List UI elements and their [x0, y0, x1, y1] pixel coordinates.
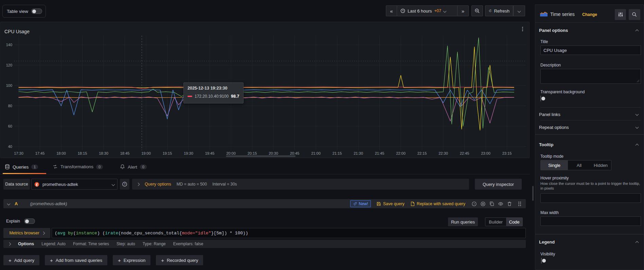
tab-transformations[interactable]: Transformations 0 [53, 164, 103, 169]
time-range-picker[interactable]: Last 6 hours +07 [397, 5, 458, 16]
tooltip-timestamp: 2025-12-13 19:23:30 [187, 86, 239, 91]
tooltip-mode-label: Tooltip mode [540, 154, 564, 159]
time-forward-button[interactable]: » [458, 5, 469, 16]
rocket-icon [353, 202, 357, 206]
builder-tab[interactable]: Builder [485, 218, 506, 226]
pane-splitter-handle[interactable] [532, 186, 534, 201]
refresh-button[interactable]: Refresh [485, 5, 513, 16]
change-viz-link[interactable]: Change [582, 12, 597, 17]
tab-alert-count: 0 [140, 165, 147, 169]
chevron-down-icon [443, 9, 446, 13]
options-toggle-label: Options [18, 242, 34, 246]
transformations-icon [53, 164, 58, 169]
save-query-button[interactable]: Save query [376, 201, 405, 206]
resize-handle-icon[interactable] [637, 79, 640, 82]
query-options-interval: Interval = 30s [212, 182, 237, 187]
search-icon [632, 12, 637, 17]
option-legend: Legend: Auto [41, 242, 66, 246]
datasource-picker[interactable]: prometheus-adtek [31, 179, 118, 190]
chart-horizontal-scrollbar[interactable] [226, 155, 296, 157]
panel-menu-kebab-icon[interactable] [520, 26, 524, 32]
help-circle-icon[interactable]: ? [471, 201, 477, 207]
chevron-right-icon [41, 231, 45, 235]
drag-handle-icon[interactable] [518, 201, 522, 207]
promql-code-editor[interactable]: (avg by(instance) (irate(node_cpu_second… [52, 228, 526, 238]
tab-alert[interactable]: Alert 0 [120, 164, 147, 170]
tooltip-mode-hidden[interactable]: Hidden [590, 160, 611, 170]
builder-code-switch: Builder Code [485, 217, 523, 226]
tooltip-mode-single[interactable]: Single [541, 160, 568, 170]
new-badge[interactable]: New! [350, 200, 371, 207]
time-series-viz-icon [540, 12, 548, 17]
query-ref-id: A [15, 201, 18, 206]
eye-icon[interactable] [498, 201, 503, 207]
refresh-interval-dropdown[interactable] [513, 5, 525, 16]
table-view-toggle[interactable] [31, 8, 42, 14]
chevrons-left-icon: « [390, 8, 393, 14]
svg-text:?: ? [473, 202, 475, 205]
chevron-right-icon [8, 242, 11, 246]
description-textarea[interactable] [540, 69, 641, 84]
database-icon [5, 164, 10, 170]
time-range-label: Last 6 hours [408, 8, 432, 14]
query-options-md: MD = auto = 500 [177, 182, 207, 187]
max-width-label: Max width [540, 210, 559, 215]
query-options-row[interactable]: Options Legend: Auto Format: Time series… [3, 240, 526, 248]
query-row-header[interactable]: A (prometheus-adtek) New! Save query Rep… [3, 199, 526, 208]
panel-options-header[interactable]: Panel options [539, 28, 568, 33]
panel-title-input[interactable]: CPU Usage [540, 45, 641, 55]
tooltip-mode-all[interactable]: All [568, 160, 590, 170]
plus-icon: + [118, 257, 121, 263]
sliders-icon [618, 12, 623, 17]
trash-icon[interactable] [507, 201, 512, 207]
tab-alert-label: Alert [128, 165, 137, 170]
tab-queries[interactable]: Queries 1 [5, 164, 38, 170]
query-datasource-hint: (prometheus-adtek) [30, 201, 67, 206]
query-options-collapsed-bar[interactable]: Query options MD = auto = 500 Interval =… [132, 179, 469, 190]
record-circle-icon[interactable] [480, 201, 486, 207]
max-width-input[interactable] [540, 216, 641, 226]
repeat-options-section[interactable]: Repeat options [539, 125, 569, 130]
search-options-button[interactable] [629, 9, 640, 20]
panel-links-section[interactable]: Panel links [539, 112, 560, 117]
title-label: Title [540, 39, 548, 44]
replace-saved-query-button[interactable]: Replace with saved query [410, 201, 465, 206]
tab-transformations-label: Transformations [60, 164, 93, 169]
hover-proximity-input[interactable] [540, 193, 641, 203]
option-step: Step: auto [117, 242, 135, 246]
options-filter-button[interactable] [615, 9, 626, 20]
file-icon [410, 201, 415, 206]
tooltip-series-label: 172.20.10.40:9100 [195, 94, 229, 99]
tab-transformations-count: 0 [96, 165, 103, 169]
explain-toggle[interactable] [24, 218, 35, 224]
add-query-button[interactable]: +Add query [3, 255, 39, 265]
expression-button[interactable]: +Expression [113, 255, 150, 265]
option-exemplars: Exemplars: false [173, 242, 203, 246]
time-back-button[interactable]: « [386, 5, 397, 16]
chevron-down-icon [112, 182, 115, 186]
help-circle-icon: ? [122, 181, 127, 187]
chevrons-right-icon: » [462, 8, 464, 14]
table-view-label: Table view [7, 9, 28, 14]
query-inspector-button[interactable]: Query inspector [475, 179, 522, 190]
legend-section-header[interactable]: Legend [539, 239, 555, 245]
plus-icon: + [50, 257, 53, 263]
transparent-background-toggle[interactable] [540, 96, 541, 101]
table-view-control[interactable]: Table view [2, 5, 46, 18]
legend-visibility-toggle[interactable] [541, 258, 542, 264]
tooltip-value: 98.7 [231, 94, 239, 99]
metrics-browser-button[interactable]: Metrics browser [3, 228, 50, 238]
option-type: Type: Range [143, 242, 166, 246]
code-tab[interactable]: Code [506, 218, 522, 226]
copy-icon[interactable] [489, 201, 495, 207]
run-queries-button[interactable]: Run queries [448, 217, 478, 226]
collapse-chevron-icon[interactable] [7, 202, 11, 206]
zoom-out-button[interactable] [471, 5, 483, 16]
add-from-saved-queries-button[interactable]: +Add from saved queries [45, 255, 107, 265]
recorded-query-button[interactable]: +Recorded query [156, 255, 203, 265]
refresh-label: Refresh [494, 8, 509, 14]
tab-queries-active-underline [3, 173, 46, 174]
timezone-badge: +07 [434, 8, 441, 13]
tooltip-section-header[interactable]: Tooltip [539, 142, 553, 147]
datasource-help-button[interactable]: ? [120, 179, 129, 190]
